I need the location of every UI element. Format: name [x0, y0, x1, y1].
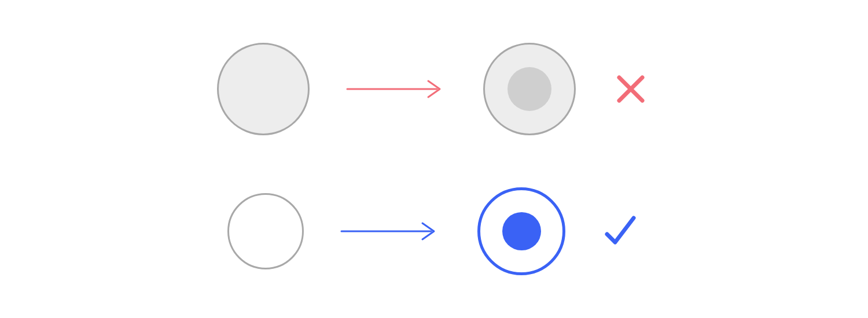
arrow-right-icon [339, 220, 443, 243]
row-correct [227, 187, 641, 275]
radio-selected-correct [477, 187, 565, 275]
radio-selected-correct-dot [502, 212, 541, 251]
radio-selected-incorrect [483, 43, 576, 135]
arrow-correct [339, 220, 443, 243]
radio-selected-incorrect-dot [507, 67, 552, 112]
check-icon [600, 211, 641, 252]
row-incorrect [217, 43, 651, 135]
mark-incorrect [610, 72, 651, 106]
arrow-incorrect [344, 77, 448, 101]
arrow-right-icon [344, 77, 448, 101]
cross-icon [613, 72, 648, 106]
radio-unselected-incorrect [217, 43, 310, 135]
mark-correct [600, 211, 641, 252]
radio-unselected-correct [227, 193, 304, 270]
